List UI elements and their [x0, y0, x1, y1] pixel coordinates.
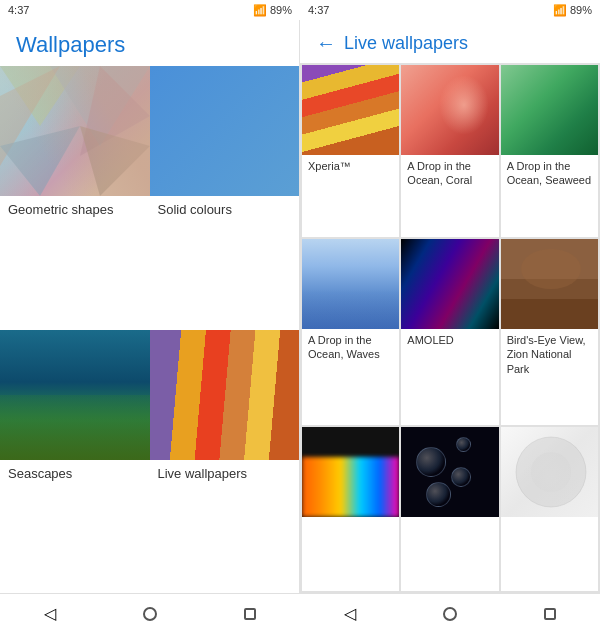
main-content: Wallpapers	[0, 20, 600, 593]
geo-svg	[0, 66, 150, 196]
wallpaper-item-solid[interactable]: Solid colours	[150, 66, 300, 330]
zion-thumbnail	[501, 239, 598, 329]
right-home-nav[interactable]	[430, 599, 470, 629]
left-status-bar: 4:37 📶 89%	[0, 0, 300, 20]
home-circle-icon	[143, 607, 157, 621]
battery-icon: 89%	[270, 4, 292, 16]
geometric-thumb	[0, 66, 150, 196]
solid-label: Solid colours	[150, 196, 300, 223]
live-thumb-inner	[150, 330, 300, 460]
right-battery-icon: 89%	[570, 4, 592, 16]
back-button[interactable]: ←	[316, 32, 336, 55]
white-abstract-svg	[501, 427, 598, 517]
wallpapers-title: Wallpapers	[16, 32, 283, 58]
svg-point-11	[531, 452, 571, 492]
abstract1-label	[302, 517, 399, 545]
live-item-zion[interactable]: Bird's-Eye View, Zion National Park	[501, 239, 598, 425]
seascapes-label: Seascapes	[0, 460, 150, 487]
sea-thumb-container	[0, 330, 150, 460]
right-nav-bar: ◁	[300, 593, 600, 633]
right-back-icon: ◁	[344, 604, 356, 623]
live-item-white-abstract[interactable]	[501, 427, 598, 591]
live-item-waves[interactable]: A Drop in the Ocean, Waves	[302, 239, 399, 425]
bubble-4	[426, 482, 451, 507]
right-panel: ← Live wallpapers Xperia™ A Drop in the …	[300, 20, 600, 593]
bubble-1	[416, 447, 446, 477]
waves-thumb-container	[302, 239, 399, 329]
right-recents-nav[interactable]	[530, 599, 570, 629]
coral-thumbnail	[401, 65, 498, 155]
left-status-icons: 📶 89%	[253, 4, 292, 17]
svg-marker-5	[80, 126, 150, 196]
live-item-seaweed[interactable]: A Drop in the Ocean, Seaweed	[501, 65, 598, 237]
recents-square-icon	[244, 608, 256, 620]
right-back-nav[interactable]: ◁	[330, 599, 370, 629]
amoled-thumb-container	[401, 239, 498, 329]
live-item-xperia[interactable]: Xperia™	[302, 65, 399, 237]
wallpaper-item-live[interactable]: Live wallpapers	[150, 330, 300, 594]
left-recents-nav[interactable]	[230, 599, 270, 629]
svg-rect-8	[501, 299, 598, 329]
zion-label: Bird's-Eye View, Zion National Park	[501, 329, 598, 380]
wallpaper-item-geometric[interactable]: Geometric shapes	[0, 66, 150, 330]
live-wallpapers-grid: Xperia™ A Drop in the Ocean, Coral A Dro…	[300, 63, 600, 593]
svg-marker-3	[80, 66, 150, 156]
coral-label: A Drop in the Ocean, Coral	[401, 155, 498, 192]
seaweed-thumb-container	[501, 65, 598, 155]
bubbles-label	[401, 517, 498, 545]
abstract1-thumbnail	[302, 427, 399, 517]
right-status-bar: 4:37 📶 89%	[300, 0, 600, 20]
right-recents-square-icon	[544, 608, 556, 620]
waves-label: A Drop in the Ocean, Waves	[302, 329, 399, 366]
zion-thumb-container	[501, 239, 598, 329]
svg-point-10	[516, 437, 586, 507]
svg-marker-4	[0, 126, 80, 196]
left-back-nav[interactable]: ◁	[30, 599, 70, 629]
abstract1-thumb-container	[302, 427, 399, 517]
solid-thumb-container	[150, 66, 300, 196]
left-home-nav[interactable]	[130, 599, 170, 629]
svg-marker-1	[50, 66, 150, 146]
dual-nav-bar: ◁ ◁	[0, 593, 600, 633]
geometric-label: Geometric shapes	[0, 196, 150, 223]
signal-icon: 📶	[253, 4, 267, 16]
live-item-bubbles[interactable]	[401, 427, 498, 591]
waves-thumbnail	[302, 239, 399, 329]
seaweed-thumbnail	[501, 65, 598, 155]
white-abstract-thumbnail	[501, 427, 598, 517]
amoled-label: AMOLED	[401, 329, 498, 357]
bubble-3	[456, 437, 471, 452]
xperia-thumb-container	[302, 65, 399, 155]
amoled-thumbnail	[401, 239, 498, 329]
geo-thumbnail	[0, 66, 150, 196]
left-time: 4:37	[8, 4, 29, 16]
dual-status-bar: 4:37 📶 89% 4:37 📶 89%	[0, 0, 600, 20]
wallpaper-item-seascapes[interactable]: Seascapes	[0, 330, 150, 594]
live-thumbnail	[150, 330, 300, 460]
left-header: Wallpapers	[0, 20, 299, 66]
svg-point-9	[521, 249, 581, 289]
zion-svg	[501, 239, 598, 329]
xperia-thumbnail	[302, 65, 399, 155]
wallpaper-grid: Geometric shapes Solid colours Seascapes	[0, 66, 299, 593]
live-label: Live wallpapers	[150, 460, 300, 487]
coral-thumb-container	[401, 65, 498, 155]
right-status-icons: 📶 89%	[553, 4, 592, 17]
live-thumb-container	[150, 330, 300, 460]
xperia-label: Xperia™	[302, 155, 399, 183]
right-home-circle-icon	[443, 607, 457, 621]
svg-marker-0	[0, 66, 80, 126]
live-item-abstract1[interactable]	[302, 427, 399, 591]
solid-thumbnail	[150, 66, 300, 196]
left-back-icon: ◁	[44, 604, 56, 623]
seaweed-label: A Drop in the Ocean, Seaweed	[501, 155, 598, 192]
live-item-amoled[interactable]: AMOLED	[401, 239, 498, 425]
live-wallpapers-title: Live wallpapers	[344, 33, 468, 54]
white-abstract-thumb-container	[501, 427, 598, 517]
right-header: ← Live wallpapers	[300, 20, 600, 63]
right-signal-icon: 📶	[553, 4, 567, 16]
live-item-coral[interactable]: A Drop in the Ocean, Coral	[401, 65, 498, 237]
svg-marker-2	[0, 66, 60, 166]
left-nav-bar: ◁	[0, 593, 300, 633]
bubbles-thumbnail	[401, 427, 498, 517]
